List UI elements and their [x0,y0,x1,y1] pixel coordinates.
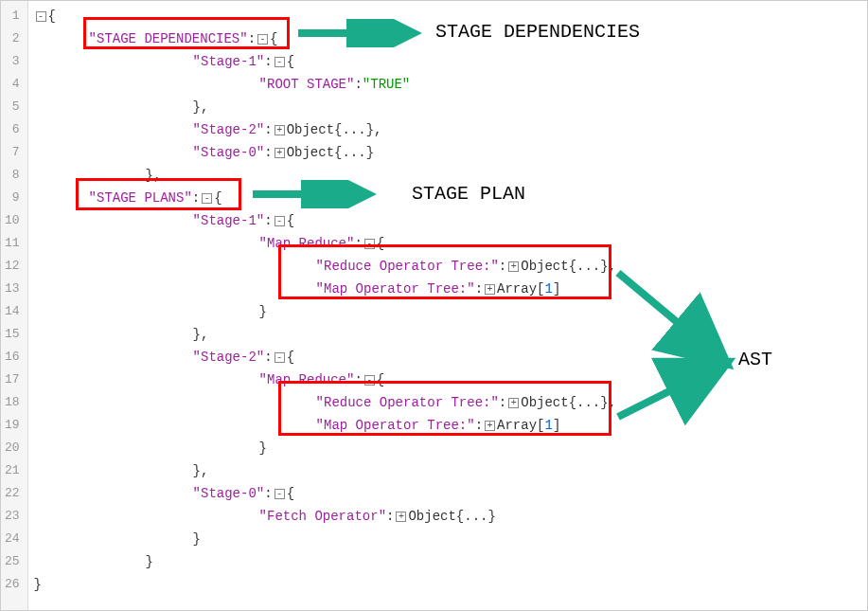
code-line: } [34,300,867,323]
line-number: 12 [5,255,20,278]
code-line: "Reduce Operator Tree:":+Object{...}, [34,255,867,278]
fold-toggle-plus[interactable]: + [275,125,285,135]
label-ast: AST [738,349,772,370]
line-number: 6 [5,118,20,141]
code-line: "Reduce Operator Tree:":+Object{...}, [34,391,867,414]
fold-toggle-minus[interactable]: - [275,489,285,499]
line-number: 11 [5,232,20,255]
fold-toggle-minus[interactable]: - [275,216,285,226]
line-number: 23 [5,505,20,528]
label-stage-plan: STAGE PLAN [412,183,525,205]
code-line: "Map Operator Tree:":+Array[1] [34,414,867,437]
line-number: 26 [5,573,20,596]
line-number: 14 [5,300,20,323]
line-number: 20 [5,437,20,459]
fold-toggle-minus[interactable]: - [275,57,285,67]
code-line: }, [34,323,867,346]
line-number: 16 [5,346,20,368]
code-line: } [34,550,867,573]
code-line: "Map Reduce":-{ [34,232,867,255]
fold-toggle-plus[interactable]: + [396,512,406,522]
code-line: "Map Reduce":-{ [34,368,867,391]
fold-toggle-minus[interactable]: - [36,11,46,22]
code-line: "Stage-2":+Object{...}, [34,118,867,141]
fold-toggle-plus[interactable]: + [508,398,519,408]
code-line: }, [34,96,867,118]
line-number: 19 [5,414,20,437]
line-number: 1 [5,5,20,27]
fold-toggle-minus[interactable]: - [257,34,268,45]
line-number: 4 [5,73,20,96]
code-line: "Stage-0":-{ [34,482,867,505]
fold-toggle-minus[interactable]: - [202,193,212,204]
code-content: -{ "STAGE DEPENDENCIES":-{ "Stage-1":-{ … [28,1,867,610]
code-line: } [34,573,867,596]
code-line: } [34,437,867,459]
line-number: 15 [5,323,20,346]
code-editor: 1 2 3 4 5 6 7 8 9 10 11 12 13 14 15 16 1… [0,0,868,611]
fold-toggle-minus[interactable]: - [364,239,375,249]
code-line: "Fetch Operator":+Object{...} [34,505,867,528]
line-number: 3 [5,50,20,73]
line-number: 10 [5,209,20,232]
line-number: 9 [5,187,20,209]
line-number: 24 [5,528,20,550]
code-line: "Stage-1":-{ [34,50,867,73]
line-gutter: 1 2 3 4 5 6 7 8 9 10 11 12 13 14 15 16 1… [1,1,28,610]
line-number: 2 [5,27,20,50]
line-number: 7 [5,141,20,164]
fold-toggle-minus[interactable]: - [364,375,375,386]
fold-toggle-plus[interactable]: + [275,148,285,158]
line-number: 17 [5,368,20,391]
line-number: 25 [5,550,20,573]
line-number: 22 [5,482,20,505]
code-line: } [34,528,867,550]
fold-toggle-plus[interactable]: + [485,284,495,295]
fold-toggle-plus[interactable]: + [508,261,519,272]
fold-toggle-minus[interactable]: - [275,352,285,363]
line-number: 8 [5,164,20,187]
line-number: 21 [5,459,20,482]
line-number: 5 [5,96,20,118]
line-number: 18 [5,391,20,414]
code-line: "Stage-1":-{ [34,209,867,232]
code-line: "Map Operator Tree:":+Array[1] [34,278,867,300]
line-number: 13 [5,278,20,300]
label-stage-dependencies: STAGE DEPENDENCIES [435,21,640,43]
code-line: }, [34,459,867,482]
code-line: "Stage-0":+Object{...} [34,141,867,164]
code-line: "ROOT STAGE":"TRUE" [34,73,867,96]
fold-toggle-plus[interactable]: + [485,421,495,431]
